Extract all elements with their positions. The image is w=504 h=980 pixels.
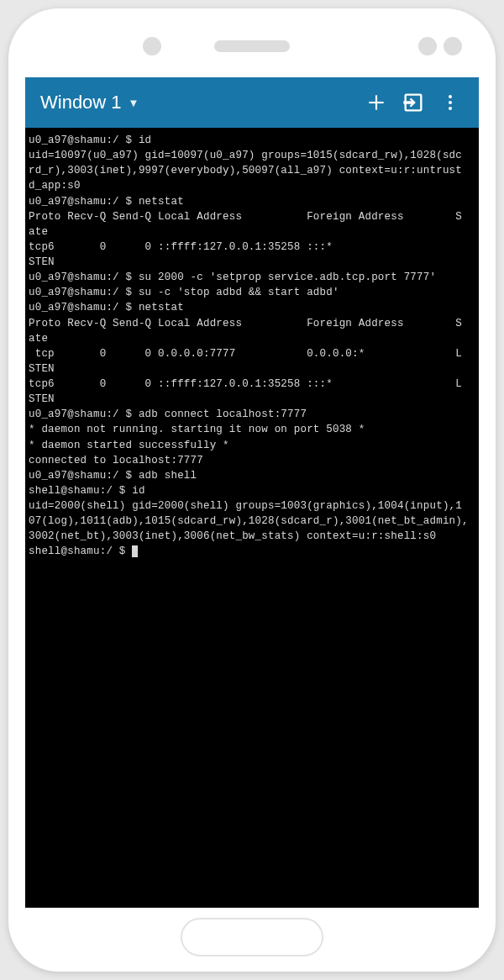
home-button[interactable] [181,918,323,956]
chevron-down-icon: ▼ [129,97,139,109]
sensor-dot-left [143,37,161,55]
window-selector[interactable]: Window 1 ▼ [40,92,358,113]
terminal-output[interactable]: u0_a97@shamu:/ $ id uid=10097(u0_a97) gi… [25,128,479,908]
svg-point-6 [449,107,452,110]
sensor-dot-right-2 [444,37,462,55]
send-button[interactable] [395,84,432,121]
svg-point-5 [449,101,452,104]
screen: Window 1 ▼ [25,77,479,908]
phone-frame: Window 1 ▼ [8,8,496,972]
sensor-dot-right-1 [418,37,437,55]
terminal-cursor [132,545,138,557]
add-button[interactable] [358,84,395,121]
plus-icon [365,92,387,113]
toolbar: Window 1 ▼ [25,77,479,128]
more-vert-icon [440,92,460,113]
window-label: Window 1 [40,92,122,113]
svg-point-4 [449,95,452,98]
speaker-slot [214,40,290,52]
export-icon [402,91,425,114]
more-button[interactable] [432,84,469,121]
